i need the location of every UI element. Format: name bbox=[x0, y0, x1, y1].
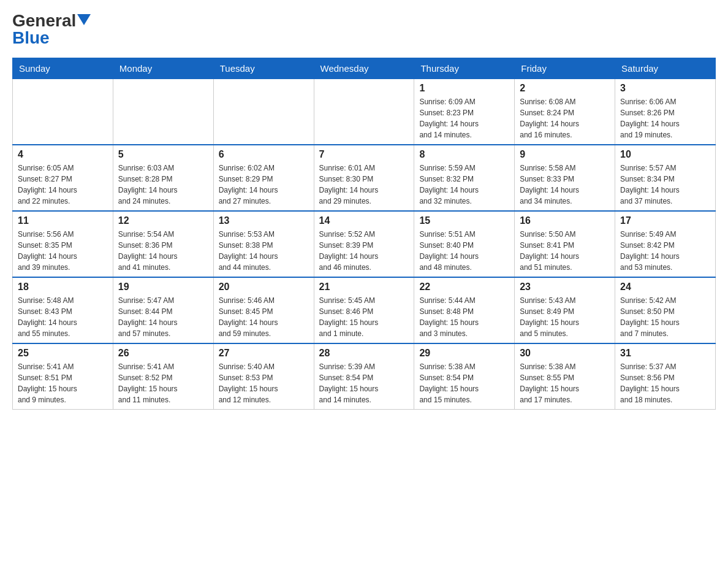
day-number: 15 bbox=[419, 215, 509, 226]
weekday-header-monday: Monday bbox=[113, 58, 213, 79]
calendar-cell: 14Sunrise: 5:52 AM Sunset: 8:39 PM Dayli… bbox=[314, 211, 414, 277]
day-number: 28 bbox=[319, 348, 409, 359]
calendar-cell: 18Sunrise: 5:48 AM Sunset: 8:43 PM Dayli… bbox=[13, 277, 113, 343]
day-info: Sunrise: 5:53 AM Sunset: 8:38 PM Dayligh… bbox=[219, 229, 309, 273]
weekday-header-wednesday: Wednesday bbox=[314, 58, 414, 79]
day-number: 1 bbox=[419, 83, 509, 94]
day-number: 22 bbox=[419, 282, 509, 293]
calendar-week-row: 25Sunrise: 5:41 AM Sunset: 8:51 PM Dayli… bbox=[13, 343, 716, 410]
calendar-week-row: 11Sunrise: 5:56 AM Sunset: 8:35 PM Dayli… bbox=[13, 211, 716, 277]
logo-general-text: General bbox=[12, 12, 76, 29]
logo: General Blue bbox=[12, 12, 91, 48]
day-info: Sunrise: 5:45 AM Sunset: 8:46 PM Dayligh… bbox=[319, 295, 409, 339]
day-number: 6 bbox=[219, 149, 309, 160]
day-info: Sunrise: 5:51 AM Sunset: 8:40 PM Dayligh… bbox=[419, 229, 509, 273]
day-info: Sunrise: 5:38 AM Sunset: 8:55 PM Dayligh… bbox=[520, 361, 610, 405]
day-number: 7 bbox=[319, 149, 409, 160]
day-number: 19 bbox=[118, 282, 208, 293]
day-info: Sunrise: 6:05 AM Sunset: 8:27 PM Dayligh… bbox=[18, 163, 108, 207]
day-number: 20 bbox=[219, 282, 309, 293]
day-info: Sunrise: 5:38 AM Sunset: 8:54 PM Dayligh… bbox=[419, 361, 509, 405]
day-number: 3 bbox=[620, 83, 710, 94]
day-number: 12 bbox=[118, 215, 208, 226]
calendar-cell: 9Sunrise: 5:58 AM Sunset: 8:33 PM Daylig… bbox=[515, 145, 615, 211]
day-number: 5 bbox=[118, 149, 208, 160]
calendar-cell: 31Sunrise: 5:37 AM Sunset: 8:56 PM Dayli… bbox=[615, 343, 716, 410]
calendar-cell: 6Sunrise: 6:02 AM Sunset: 8:29 PM Daylig… bbox=[213, 145, 314, 211]
day-info: Sunrise: 6:08 AM Sunset: 8:24 PM Dayligh… bbox=[520, 96, 610, 140]
calendar-cell: 30Sunrise: 5:38 AM Sunset: 8:55 PM Dayli… bbox=[515, 343, 615, 410]
day-number: 18 bbox=[18, 282, 108, 293]
day-info: Sunrise: 5:48 AM Sunset: 8:43 PM Dayligh… bbox=[18, 295, 108, 339]
day-info: Sunrise: 6:02 AM Sunset: 8:29 PM Dayligh… bbox=[219, 163, 309, 207]
calendar-cell: 13Sunrise: 5:53 AM Sunset: 8:38 PM Dayli… bbox=[213, 211, 314, 277]
weekday-header-thursday: Thursday bbox=[414, 58, 515, 79]
calendar-cell: 7Sunrise: 6:01 AM Sunset: 8:30 PM Daylig… bbox=[314, 145, 414, 211]
day-number: 29 bbox=[419, 348, 509, 359]
page-header: General Blue bbox=[12, 12, 716, 48]
svg-marker-0 bbox=[77, 14, 91, 25]
weekday-header-tuesday: Tuesday bbox=[213, 58, 314, 79]
day-number: 24 bbox=[620, 282, 710, 293]
calendar-table: SundayMondayTuesdayWednesdayThursdayFrid… bbox=[12, 58, 716, 410]
day-info: Sunrise: 5:54 AM Sunset: 8:36 PM Dayligh… bbox=[118, 229, 208, 273]
calendar-cell: 5Sunrise: 6:03 AM Sunset: 8:28 PM Daylig… bbox=[113, 145, 213, 211]
day-info: Sunrise: 5:50 AM Sunset: 8:41 PM Dayligh… bbox=[520, 229, 610, 273]
calendar-cell: 20Sunrise: 5:46 AM Sunset: 8:45 PM Dayli… bbox=[213, 277, 314, 343]
day-number: 17 bbox=[620, 215, 710, 226]
day-info: Sunrise: 6:03 AM Sunset: 8:28 PM Dayligh… bbox=[118, 163, 208, 207]
calendar-cell: 28Sunrise: 5:39 AM Sunset: 8:54 PM Dayli… bbox=[314, 343, 414, 410]
calendar-cell: 27Sunrise: 5:40 AM Sunset: 8:53 PM Dayli… bbox=[213, 343, 314, 410]
calendar-week-row: 4Sunrise: 6:05 AM Sunset: 8:27 PM Daylig… bbox=[13, 145, 716, 211]
day-number: 27 bbox=[219, 348, 309, 359]
day-number: 2 bbox=[520, 83, 610, 94]
day-number: 16 bbox=[520, 215, 610, 226]
calendar-cell: 21Sunrise: 5:45 AM Sunset: 8:46 PM Dayli… bbox=[314, 277, 414, 343]
calendar-cell: 16Sunrise: 5:50 AM Sunset: 8:41 PM Dayli… bbox=[515, 211, 615, 277]
day-info: Sunrise: 5:49 AM Sunset: 8:42 PM Dayligh… bbox=[620, 229, 710, 273]
day-info: Sunrise: 5:39 AM Sunset: 8:54 PM Dayligh… bbox=[319, 361, 409, 405]
calendar-cell: 12Sunrise: 5:54 AM Sunset: 8:36 PM Dayli… bbox=[113, 211, 213, 277]
day-info: Sunrise: 6:06 AM Sunset: 8:26 PM Dayligh… bbox=[620, 96, 710, 140]
calendar-cell: 11Sunrise: 5:56 AM Sunset: 8:35 PM Dayli… bbox=[13, 211, 113, 277]
day-info: Sunrise: 5:43 AM Sunset: 8:49 PM Dayligh… bbox=[520, 295, 610, 339]
day-number: 14 bbox=[319, 215, 409, 226]
day-number: 25 bbox=[18, 348, 108, 359]
calendar-cell: 17Sunrise: 5:49 AM Sunset: 8:42 PM Dayli… bbox=[615, 211, 716, 277]
logo-triangle-icon bbox=[77, 14, 91, 25]
weekday-header-saturday: Saturday bbox=[615, 58, 716, 79]
calendar-cell: 25Sunrise: 5:41 AM Sunset: 8:51 PM Dayli… bbox=[13, 343, 113, 410]
day-info: Sunrise: 5:57 AM Sunset: 8:34 PM Dayligh… bbox=[620, 163, 710, 207]
day-number: 26 bbox=[118, 348, 208, 359]
calendar-cell: 24Sunrise: 5:42 AM Sunset: 8:50 PM Dayli… bbox=[615, 277, 716, 343]
calendar-cell: 23Sunrise: 5:43 AM Sunset: 8:49 PM Dayli… bbox=[515, 277, 615, 343]
logo-blue-text: Blue bbox=[12, 28, 50, 48]
weekday-header-friday: Friday bbox=[515, 58, 615, 79]
calendar-week-row: 1Sunrise: 6:09 AM Sunset: 8:23 PM Daylig… bbox=[13, 79, 716, 145]
calendar-cell: 19Sunrise: 5:47 AM Sunset: 8:44 PM Dayli… bbox=[113, 277, 213, 343]
day-info: Sunrise: 5:56 AM Sunset: 8:35 PM Dayligh… bbox=[18, 229, 108, 273]
calendar-cell: 1Sunrise: 6:09 AM Sunset: 8:23 PM Daylig… bbox=[414, 79, 515, 145]
day-number: 10 bbox=[620, 149, 710, 160]
day-info: Sunrise: 5:41 AM Sunset: 8:52 PM Dayligh… bbox=[118, 361, 208, 405]
calendar-cell: 2Sunrise: 6:08 AM Sunset: 8:24 PM Daylig… bbox=[515, 79, 615, 145]
day-number: 8 bbox=[419, 149, 509, 160]
calendar-cell: 22Sunrise: 5:44 AM Sunset: 8:48 PM Dayli… bbox=[414, 277, 515, 343]
day-number: 13 bbox=[219, 215, 309, 226]
day-info: Sunrise: 5:42 AM Sunset: 8:50 PM Dayligh… bbox=[620, 295, 710, 339]
day-info: Sunrise: 6:01 AM Sunset: 8:30 PM Dayligh… bbox=[319, 163, 409, 207]
day-number: 31 bbox=[620, 348, 710, 359]
calendar-cell: 3Sunrise: 6:06 AM Sunset: 8:26 PM Daylig… bbox=[615, 79, 716, 145]
calendar-cell: 4Sunrise: 6:05 AM Sunset: 8:27 PM Daylig… bbox=[13, 145, 113, 211]
day-info: Sunrise: 5:41 AM Sunset: 8:51 PM Dayligh… bbox=[18, 361, 108, 405]
day-info: Sunrise: 5:47 AM Sunset: 8:44 PM Dayligh… bbox=[118, 295, 208, 339]
day-info: Sunrise: 6:09 AM Sunset: 8:23 PM Dayligh… bbox=[419, 96, 509, 140]
calendar-cell bbox=[314, 79, 414, 145]
day-info: Sunrise: 5:40 AM Sunset: 8:53 PM Dayligh… bbox=[219, 361, 309, 405]
calendar-cell: 29Sunrise: 5:38 AM Sunset: 8:54 PM Dayli… bbox=[414, 343, 515, 410]
day-number: 23 bbox=[520, 282, 610, 293]
day-number: 4 bbox=[18, 149, 108, 160]
weekday-header-sunday: Sunday bbox=[13, 58, 113, 79]
day-info: Sunrise: 5:59 AM Sunset: 8:32 PM Dayligh… bbox=[419, 163, 509, 207]
calendar-cell: 8Sunrise: 5:59 AM Sunset: 8:32 PM Daylig… bbox=[414, 145, 515, 211]
